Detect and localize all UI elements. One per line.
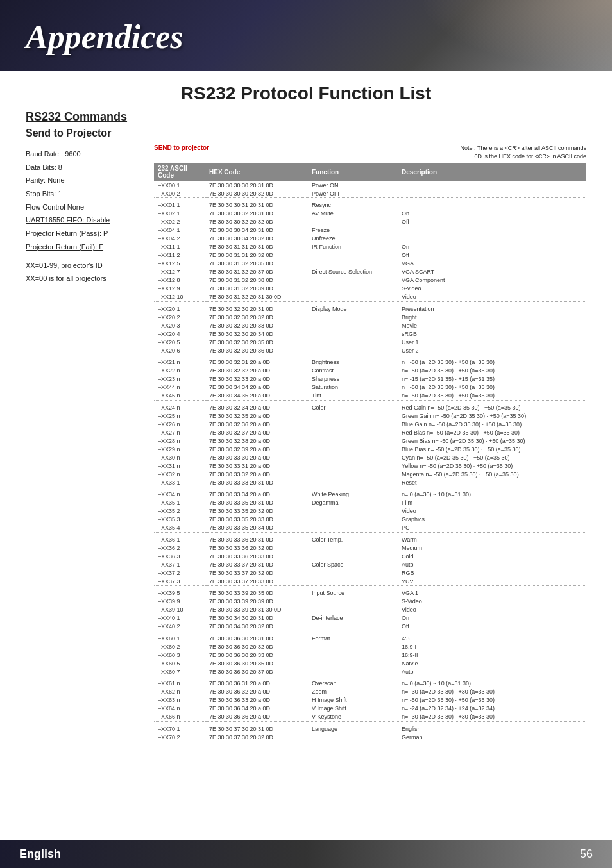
- cell-func: [308, 251, 398, 260]
- cell-desc: RGB: [398, 569, 586, 577]
- table-row: –XX40 27E 30 30 34 30 20 32 0DOff: [154, 622, 586, 631]
- cell-desc: Graphics: [398, 515, 586, 524]
- cell-hex: 7E 30 30 36 30 20 35 0D: [205, 659, 308, 667]
- cell-func: [308, 338, 398, 346]
- cell-func: Freeze: [308, 226, 398, 235]
- table-row: –XX21 n7E 30 30 32 31 20 a 0DBrightnessn…: [154, 358, 586, 367]
- cell-desc: Movie: [398, 321, 586, 330]
- cell-func: Color Space: [308, 560, 398, 569]
- cell-code: –XX31 n: [154, 462, 205, 470]
- cell-code: –XX60 3: [154, 651, 205, 659]
- cell-desc: [398, 226, 586, 235]
- cell-code: –XX40 1: [154, 614, 205, 622]
- table-row: –XX29 n7E 30 30 32 39 20 a 0DBlue Bias n…: [154, 445, 586, 453]
- cell-func: [308, 412, 398, 420]
- cell-desc: n= -50 (a=2D 35 30) · +50 (a=35 30): [398, 358, 586, 367]
- cell-hex: 7E 30 30 32 30 20 35 0D: [205, 338, 308, 346]
- cell-code: –XX62 n: [154, 688, 205, 696]
- table-row: –XX12 107E 30 30 31 32 20 31 30 0DVideo: [154, 293, 586, 302]
- col-header-code: 232 ASCII Code: [154, 163, 205, 181]
- cell-code: –XX29 n: [154, 445, 205, 453]
- cell-code: –XX00 2: [154, 189, 205, 198]
- table-body: –XX00 17E 30 30 30 30 20 31 0DPower ON–X…: [154, 181, 586, 741]
- table-row: –XX40 17E 30 30 34 30 20 31 0DDe-interla…: [154, 614, 586, 622]
- cell-desc: Warm: [398, 535, 586, 544]
- cell-hex: 7E 30 30 33 36 20 33 0D: [205, 552, 308, 560]
- table-row: –XX01 17E 30 30 30 31 20 31 0DResync: [154, 201, 586, 210]
- header-background: Appendices: [0, 0, 612, 71]
- cell-hex: 7E 30 30 33 39 20 31 30 0D: [205, 606, 308, 614]
- cell-func: Color: [308, 403, 398, 412]
- table-row: –XX20 67E 30 30 32 30 20 36 0DUser 2: [154, 346, 586, 355]
- table-row: –XX39 57E 30 30 33 39 20 35 0DInput Sour…: [154, 589, 586, 597]
- cell-hex: 7E 30 30 32 34 20 a 0D: [205, 403, 308, 412]
- cell-desc: VGA Component: [398, 276, 586, 285]
- cell-func: [308, 597, 398, 606]
- cell-hex: 7E 30 30 36 30 20 31 0D: [205, 634, 308, 642]
- table-row: –XX30 n7E 30 30 33 30 20 a 0DCyan n= -50…: [154, 453, 586, 462]
- cell-code: –XX20 3: [154, 321, 205, 330]
- cell-desc: VGA SCART: [398, 268, 586, 276]
- cell-func: [308, 622, 398, 631]
- table-row: –XX37 17E 30 30 33 37 20 31 0DColor Spac…: [154, 560, 586, 569]
- cell-desc: Off: [398, 251, 586, 260]
- cell-hex: 7E 30 30 36 32 20 a 0D: [205, 688, 308, 696]
- cell-hex: 7E 30 30 30 30 20 32 0D: [205, 189, 308, 198]
- cell-hex: 7E 30 30 31 32 20 35 0D: [205, 260, 308, 268]
- cell-desc: Blue Bias n= -50 (a=2D 35 30) · +50 (a=3…: [398, 445, 586, 453]
- cell-code: –XX12 8: [154, 276, 205, 285]
- cell-code: –XX45 n: [154, 392, 205, 401]
- col-header-desc: Description: [398, 163, 586, 181]
- table-row: –XX04 17E 30 30 30 34 20 31 0DFreeze: [154, 226, 586, 235]
- cell-code: –XX32 n: [154, 470, 205, 478]
- cell-hex: 7E 30 30 34 35 20 a 0D: [205, 392, 308, 401]
- cell-func: V Image Shift: [308, 705, 398, 713]
- cell-code: –XX39 9: [154, 597, 205, 606]
- cell-hex: 7E 30 30 33 35 20 34 0D: [205, 524, 308, 533]
- cell-func: Unfreeze: [308, 235, 398, 243]
- cell-desc: Reset: [398, 478, 586, 487]
- cell-desc: sRGB: [398, 330, 586, 338]
- cell-hex: 7E 30 30 31 31 20 31 0D: [205, 243, 308, 251]
- cell-func: [308, 667, 398, 676]
- table-row: –XX35 37E 30 30 33 35 20 33 0DGraphics: [154, 515, 586, 524]
- cell-desc: Bright: [398, 313, 586, 321]
- cell-desc: 16:9-II: [398, 651, 586, 659]
- cell-hex: 7E 30 30 34 34 20 a 0D: [205, 383, 308, 392]
- table-row: –XX35 27E 30 30 33 35 20 32 0DVideo: [154, 507, 586, 515]
- cell-hex: 7E 30 30 33 31 20 a 0D: [205, 462, 308, 470]
- cell-code: –XX60 7: [154, 667, 205, 676]
- table-row: –XX11 17E 30 30 31 31 20 31 0DIR Functio…: [154, 243, 586, 251]
- cell-desc: n= -30 (a=2D 33 30) · +30 (a=33 30): [398, 688, 586, 696]
- cell-func: [308, 428, 398, 437]
- cell-desc: Cold: [398, 552, 586, 560]
- table-row: –XX63 n7E 30 30 36 33 20 a 0DH Image Shi…: [154, 696, 586, 705]
- xx-info-2: XX=00 is for all projectors: [26, 272, 154, 285]
- cell-func: Power ON: [308, 181, 398, 189]
- table-row: –XX70 17E 30 30 37 30 20 31 0DLanguageEn…: [154, 724, 586, 733]
- table-row: –XX37 27E 30 30 33 37 20 32 0DRGB: [154, 569, 586, 577]
- cell-hex: 7E 30 30 37 30 20 32 0D: [205, 733, 308, 741]
- stop-bits: Stop Bits: 1: [26, 188, 154, 200]
- cell-func: De-interlace: [308, 614, 398, 622]
- cell-desc: Auto: [398, 667, 586, 676]
- cell-hex: 7E 30 30 32 38 20 a 0D: [205, 437, 308, 445]
- table-row: –XX26 n7E 30 30 32 36 20 a 0DBlue Gain n…: [154, 420, 586, 428]
- cell-desc: S-Video: [398, 597, 586, 606]
- cell-desc: German: [398, 733, 586, 741]
- cell-func: Direct Source Selection: [308, 268, 398, 276]
- cell-code: –XX36 1: [154, 535, 205, 544]
- cell-func: [308, 577, 398, 586]
- cell-code: –XX11 2: [154, 251, 205, 260]
- cell-code: –XX26 n: [154, 420, 205, 428]
- cell-hex: 7E 30 30 37 30 20 31 0D: [205, 724, 308, 733]
- cell-desc: Off: [398, 218, 586, 226]
- cell-hex: 7E 30 30 33 36 20 31 0D: [205, 535, 308, 544]
- table-row: –XX31 n7E 30 30 33 31 20 a 0DYellow n= -…: [154, 462, 586, 470]
- cell-desc: Magenta n= -50 (a=2D 35 30) · +50 (a=35 …: [398, 470, 586, 478]
- table-row: –XX60 37E 30 30 36 30 20 33 0D16:9-II: [154, 651, 586, 659]
- baud-rate: Baud Rate : 9600: [26, 148, 154, 160]
- table-row: –XX32 n7E 30 30 33 32 20 a 0DMagenta n= …: [154, 470, 586, 478]
- cell-hex: 7E 30 30 30 32 20 31 0D: [205, 210, 308, 218]
- data-bits: Data Bits: 8: [26, 162, 154, 174]
